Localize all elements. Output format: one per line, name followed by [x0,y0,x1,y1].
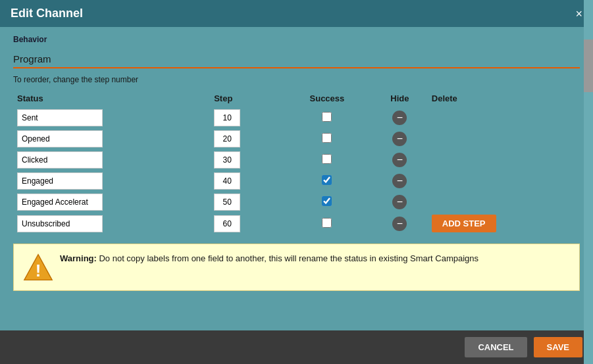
reorder-hint: To reorder, change the step number [13,75,580,84]
edit-channel-dialog: Edit Channel × Behavior To reorder, chan… [0,0,593,364]
cancel-button[interactable]: CANCEL [465,337,527,357]
step-input[interactable] [214,215,240,232]
step-input[interactable] [214,172,240,190]
warning-icon: ! [23,252,53,282]
table-row: − [13,149,580,170]
dialog-title: Edit Channel [11,7,83,20]
warning-body: Do not copy labels from one field to ano… [97,253,478,263]
program-input[interactable] [13,51,580,68]
table-row: − [13,170,580,192]
success-checkbox[interactable] [322,133,332,143]
behavior-label: Behavior [13,35,580,44]
status-input[interactable] [17,172,103,190]
delete-row-button[interactable]: − [392,111,407,125]
step-input[interactable] [214,130,240,147]
status-input[interactable] [17,151,103,169]
table-row: − [13,128,580,149]
col-header-hide: Hide [372,91,428,107]
delete-row-button[interactable]: − [392,132,407,146]
col-header-delete: Delete [428,91,580,107]
svg-text:!: ! [36,261,41,280]
step-input[interactable] [214,109,240,126]
delete-row-button[interactable]: − [392,153,407,167]
steps-table: Status Step Success Hide Delete −−−−−−AD… [13,91,580,234]
col-header-step: Step [210,91,282,107]
success-checkbox[interactable] [322,218,332,228]
step-input[interactable] [214,151,240,169]
table-row: −ADD STEP [13,213,580,234]
status-input[interactable] [17,109,103,126]
close-button[interactable]: × [575,8,582,20]
table-row: − [13,192,580,213]
col-header-status: Status [13,91,210,107]
col-header-success: Success [282,91,372,107]
dialog-header: Edit Channel × [0,0,593,27]
save-button[interactable]: SAVE [534,337,582,357]
table-row: − [13,107,580,128]
status-input[interactable] [17,194,103,211]
step-input[interactable] [214,194,240,211]
success-checkbox[interactable] [322,175,332,185]
scrollbar-track [584,0,593,364]
status-input[interactable] [17,215,103,232]
delete-row-button[interactable]: − [392,217,407,231]
success-checkbox[interactable] [322,196,332,206]
scrollbar-thumb[interactable] [584,39,593,92]
warning-bold: Warning: [60,253,97,263]
dialog-body: Behavior To reorder, change the step num… [0,27,593,330]
add-step-button[interactable]: ADD STEP [432,215,496,232]
success-checkbox[interactable] [322,112,332,122]
warning-box: ! Warning: Do not copy labels from one f… [13,244,580,291]
warning-text: Warning: Do not copy labels from one fie… [60,252,478,265]
status-input[interactable] [17,130,103,147]
dialog-footer: CANCEL SAVE [0,330,593,364]
success-checkbox[interactable] [322,154,332,164]
delete-row-button[interactable]: − [392,195,407,209]
delete-row-button[interactable]: − [392,174,407,188]
